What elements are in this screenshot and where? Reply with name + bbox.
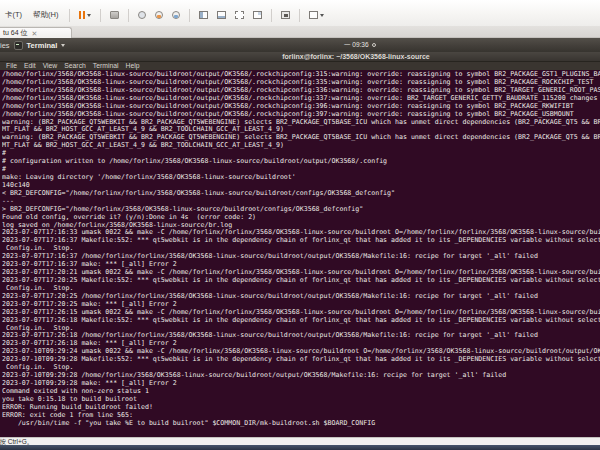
terminal-line: Config.in. Stop.	[2, 245, 600, 253]
vmware-tab-bar: tu 64 位 ✕	[0, 26, 600, 38]
terminal-line: MT_FLAT && BR2_HOST_GCC_AT_LEAST_4_9 && …	[2, 142, 600, 150]
screenshot-root: 卡(T) 帮助(H) tu 64 位 ✕	[0, 0, 600, 450]
terminal-line: 2023-07-07T17:16:37 make: *** [_all] Err…	[2, 261, 600, 269]
terminal-window-title: forlinx@forlinx: ~/3568/OK3568-linux-sou…	[282, 53, 429, 60]
terminal-line: 2023-07-07T17:26:18 /home/forlinx/forlin…	[2, 332, 600, 340]
terminal-line: Config.in. Stop.	[2, 285, 600, 293]
clock-menu[interactable]: 一 09:36	[344, 38, 376, 52]
terminal-line: /home/forlinx/3568/OK3568-linux-source/b…	[2, 79, 600, 87]
console-view-icon[interactable]	[197, 7, 210, 23]
terminal-line: 140c140	[2, 182, 600, 190]
terminal-line: /home/forlinx/3568/OK3568-linux-source/b…	[2, 71, 600, 79]
terminal-line: /usr/bin/time -f "you take %E to build b…	[2, 420, 600, 428]
terminal-line: 2023-07-07T17:20:25 Makefile:552: *** qt…	[2, 277, 600, 285]
terminal-titlebar[interactable]: forlinx@forlinx: ~/3568/OK3568-linux-sou…	[0, 52, 600, 62]
terminal-line: MT_FLAT && BR2_HOST_GCC_AT_LEAST_4_9 && …	[2, 126, 600, 134]
take-snapshot-icon[interactable]	[153, 7, 165, 23]
vmware-status-bar: 或按 Ctrl+G。	[0, 437, 600, 445]
terminal-app-icon	[14, 41, 23, 50]
menu-view[interactable]: View	[43, 62, 58, 70]
app-menu-button[interactable]: Terminal	[27, 41, 58, 50]
vmware-status-hint: 或按 Ctrl+G。	[0, 438, 33, 445]
vmware-toolbar: 卡(T) 帮助(H)	[0, 0, 600, 26]
terminal-line: ERROR: Running build_buildroot failed!	[2, 404, 600, 412]
thumbnail-bar-icon[interactable]	[215, 7, 228, 23]
terminal-line: log saved on /home/forlinx/3568/OK3568-l…	[2, 222, 600, 230]
vm-tab-label: tu 64 位	[3, 28, 28, 38]
terminal-line: #	[2, 150, 600, 158]
toolbar-separator	[271, 9, 272, 22]
unity-mode-icon[interactable]	[233, 7, 246, 23]
clock-label: 一 09:36	[344, 41, 369, 50]
menu-file[interactable]: File	[6, 62, 17, 70]
terminal-line: 2023-07-10T09:29:28 /home/forlinx/3568/O…	[2, 372, 600, 380]
terminal-line: 2023-07-07T17:26:18 make: *** [_all] Err…	[2, 340, 600, 348]
terminal-menubar: File Edit View Search Terminal Help	[0, 62, 600, 70]
terminal-line: 2023-07-07T17:20:25 /home/forlinx/forlin…	[2, 293, 600, 301]
terminal-line: Found old config, override it? (y/n):Don…	[2, 214, 600, 222]
terminal-lines: /home/forlinx/3568/OK3568-linux-source/b…	[2, 71, 600, 427]
toolbar-separator	[299, 9, 300, 22]
toolbar-separator	[128, 9, 129, 22]
toolbar-separator	[69, 9, 70, 22]
close-icon[interactable]: ✕	[32, 30, 38, 37]
terminal-line: ---	[2, 198, 600, 206]
status-dot-icon	[372, 43, 376, 47]
menu-terminal[interactable]: Terminal	[93, 62, 119, 70]
menu-search[interactable]: Search	[64, 62, 86, 70]
terminal-line: Command exited with non-zero status 1	[2, 388, 600, 396]
terminal-output[interactable]: /home/forlinx/3568/OK3568-linux-source/b…	[0, 70, 600, 437]
terminal-line: # configuration written to /home/forlinx…	[2, 158, 600, 166]
snapshot-manager-icon[interactable]	[170, 7, 182, 23]
terminal-line: you take 0:15.18 to build builroot	[2, 396, 600, 404]
revert-snapshot-icon[interactable]	[136, 7, 148, 23]
appliance-view-icon[interactable]	[251, 7, 264, 23]
vmware-menu-help[interactable]: 帮助(H)	[30, 10, 61, 20]
show-console-icon[interactable]	[279, 7, 292, 23]
terminal-line: > BR2_DEFCONFIG="/home/forlinx/3568/OK35…	[2, 206, 600, 214]
terminal-line: /home/forlinx/3568/OK3568-linux-source/b…	[2, 87, 600, 95]
terminal-line: Config.in. Stop.	[2, 364, 600, 372]
terminal-line: 2023-07-07T17:16:37 Makefile:552: *** qt…	[2, 237, 600, 245]
send-ctrl-alt-del-icon[interactable]	[108, 7, 121, 23]
vmware-menu-tab[interactable]: 卡(T)	[2, 10, 25, 20]
terminal-line: 2023-07-07T17:16:37 /home/forlinx/forlin…	[2, 253, 600, 261]
terminal-line: Config.in. Stop.	[2, 325, 600, 333]
terminal-line: 2023-07-07T17:26:18 Makefile:552: *** qt…	[2, 317, 600, 325]
terminal-line: ERROR: exit code 1 from line 565:	[2, 412, 600, 420]
host-taskbar-edge	[0, 445, 600, 450]
terminal-line: /home/forlinx/3568/OK3568-linux-source/b…	[2, 95, 600, 103]
terminal-line: 2023-07-07T17:20:21 umask 0022 && make -…	[2, 269, 600, 277]
terminal-line: /home/forlinx/3568/OK3568-linux-source/b…	[2, 103, 600, 111]
terminal-line: < BR2_DEFCONFIG="/home/forlinx/forlinx/3…	[2, 190, 600, 198]
terminal-line: make: Leaving directory '/home/forlinx/3…	[2, 174, 600, 182]
menu-help[interactable]: Help	[126, 62, 140, 70]
terminal-line: 2023-07-10T09:29:24 umask 0022 && make -…	[2, 348, 600, 356]
terminal-line: 2023-07-07T17:20:25 make: *** [_all] Err…	[2, 301, 600, 309]
prompt-line: forlinx@forlinx:~/3568/OK3568-linux-sour…	[2, 427, 600, 435]
activities-button[interactable]: ies	[0, 41, 10, 50]
terminal-line: 2023-07-10T09:29:28 Makefile:552: *** qt…	[2, 356, 600, 364]
chevron-down-icon	[61, 44, 65, 47]
pause-icon[interactable]	[77, 7, 94, 23]
toolbar-separator	[189, 9, 190, 22]
gnome-top-panel: ies Terminal 一 09:36	[0, 38, 600, 52]
terminal-line: 2023-07-07T17:26:15 umask 0022 && make -…	[2, 309, 600, 317]
chevron-down-icon[interactable]	[320, 14, 324, 17]
terminal-line: warning: (BR2_PACKAGE_QT5WEBKIT && BR2_P…	[2, 134, 600, 142]
terminal-line: #	[2, 166, 600, 174]
vm-tab-ubuntu[interactable]: tu 64 位 ✕	[0, 27, 72, 38]
chevron-down-icon[interactable]	[87, 14, 91, 17]
toolbar-separator	[100, 9, 101, 22]
terminal-line: /home/forlinx/3568/OK3568-linux-source/b…	[2, 111, 600, 119]
menu-edit[interactable]: Edit	[24, 62, 36, 70]
terminal-line: warning: (BR2_PACKAGE_QT5WEBKIT && BR2_P…	[2, 119, 600, 127]
fullscreen-icon[interactable]	[307, 7, 326, 23]
terminal-line: 2023-07-07T17:16:33 umask 0022 && make -…	[2, 229, 600, 237]
terminal-line: 2023-07-10T09:29:28 make: *** [_all] Err…	[2, 380, 600, 388]
